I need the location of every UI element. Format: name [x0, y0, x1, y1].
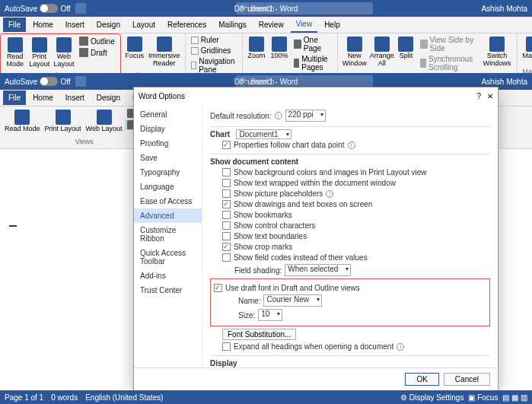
zoom-button[interactable]: Zoom	[246, 35, 267, 62]
ribbon-tabs: File Home Insert Design Layout Reference…	[0, 17, 532, 33]
show-bg-checkbox[interactable]	[222, 168, 231, 177]
info-icon[interactable]: i	[348, 142, 355, 149]
chart-doc-select[interactable]: Document1	[236, 129, 291, 139]
show-text-bounds-checkbox[interactable]	[222, 232, 231, 240]
autosave-toggle[interactable]: AutoSave Off	[5, 4, 71, 13]
zoom-icon	[249, 37, 264, 52]
tab-home[interactable]: Home	[27, 17, 59, 32]
close-icon[interactable]: ✕	[487, 92, 493, 100]
tab-references[interactable]: References	[162, 17, 212, 32]
expand-headings-checkbox[interactable]	[222, 342, 231, 351]
one-page-button[interactable]: One Page	[291, 35, 333, 53]
zoom-100-button[interactable]: 100%	[269, 35, 290, 62]
ruler-checkbox[interactable]: Ruler	[189, 35, 239, 45]
web-layout-button[interactable]: Web Layout	[53, 36, 75, 70]
info-icon[interactable]: i	[326, 190, 333, 198]
user-name[interactable]: Ashish Mohta	[481, 5, 527, 13]
new-window-button[interactable]: New Window	[341, 35, 369, 69]
tab-mailings[interactable]: Mailings	[213, 17, 252, 32]
status-lang[interactable]: English (United States)	[85, 393, 163, 402]
nav-language[interactable]: Language	[134, 180, 202, 194]
font-substitution-button[interactable]: Font Substitution...	[222, 329, 296, 340]
nav-customize-ribbon[interactable]: Customize Ribbon	[134, 223, 202, 246]
autosave-toggle-2[interactable]: AutoSave Off	[5, 77, 71, 86]
user-name-2[interactable]: Ashish Mohta	[481, 78, 527, 86]
tab-view[interactable]: View	[291, 17, 318, 33]
use-draft-font-checkbox[interactable]	[214, 284, 222, 292]
show-placeholders-checkbox[interactable]	[222, 189, 231, 198]
read-mode-icon	[8, 37, 23, 52]
tab-file-2[interactable]: File	[3, 91, 26, 105]
tab-file[interactable]: File	[3, 17, 26, 32]
web-layout-button-2[interactable]: Web Layout	[84, 108, 124, 135]
search-box-2[interactable]: 🔍 Search	[236, 75, 373, 87]
search-box[interactable]: 🔍 Search	[236, 2, 373, 14]
default-res-select[interactable]: 220 ppi	[285, 110, 327, 122]
ok-button[interactable]: OK	[405, 373, 438, 386]
help-icon[interactable]: ?	[476, 92, 481, 100]
arrange-all-button[interactable]: Arrange All	[370, 35, 393, 69]
switch-windows-icon	[489, 37, 505, 52]
nav-save[interactable]: Save	[134, 151, 202, 165]
tab-layout[interactable]: Layout	[127, 17, 161, 32]
dialog-content: Default resolution: i 220 ppi Chart Docu…	[202, 104, 498, 367]
view-icons[interactable]: ▤ ▦ ▥	[502, 393, 527, 402]
cancel-button[interactable]: Cancel	[444, 373, 490, 386]
save-icon-2[interactable]	[75, 76, 86, 87]
nav-trust-center[interactable]: Trust Center	[134, 283, 202, 297]
show-control-chars-checkbox[interactable]	[222, 221, 231, 230]
tab-design[interactable]: Design	[91, 17, 126, 32]
show-drawings-checkbox[interactable]	[222, 200, 231, 208]
side-by-side-button[interactable]: View Side by Side	[418, 35, 478, 53]
print-layout-button[interactable]: Print Layout	[28, 36, 51, 70]
tab-help[interactable]: Help	[319, 17, 346, 32]
macros-button[interactable]: Macros	[521, 35, 532, 62]
print-layout-button-2[interactable]: Print Layout	[43, 108, 83, 135]
side-by-side-icon	[420, 40, 427, 49]
multiple-pages-button[interactable]: Multiple Pages	[291, 54, 333, 72]
status-words[interactable]: 0 words	[51, 393, 78, 402]
tab-review[interactable]: Review	[253, 17, 289, 32]
split-button[interactable]: Split	[395, 35, 416, 62]
nav-display[interactable]: Display	[134, 122, 202, 136]
dialog-titlebar: Word Options ? ✕	[134, 87, 498, 104]
ribbon: Read Mode Print Layout Web Layout Outlin…	[0, 33, 532, 79]
nav-add-ins[interactable]: Add-ins	[134, 269, 202, 283]
group-immersive: Focus Immersive Reader Immersive	[121, 33, 186, 78]
font-size-select[interactable]: 10	[258, 309, 282, 321]
save-icon[interactable]	[75, 3, 86, 14]
field-shading-select[interactable]: When selected	[285, 264, 351, 276]
outline-button[interactable]: Outline	[77, 36, 117, 46]
draft-button[interactable]: Draft	[77, 47, 117, 58]
tab-design-2[interactable]: Design	[91, 91, 126, 105]
nav-proofing[interactable]: Proofing	[134, 136, 202, 151]
show-bookmarks-checkbox[interactable]	[222, 211, 231, 219]
nav-general[interactable]: General	[134, 107, 202, 122]
show-field-codes-checkbox[interactable]	[222, 253, 231, 262]
tab-insert-2[interactable]: Insert	[60, 91, 90, 105]
immersive-reader-button[interactable]: Immersive Reader	[147, 35, 182, 69]
focus-button[interactable]: Focus	[124, 35, 145, 62]
navpane-checkbox[interactable]: Navigation Pane	[189, 56, 239, 75]
info-icon[interactable]: i	[275, 112, 282, 119]
nav-typography[interactable]: Typography	[134, 165, 202, 180]
nav-ease-of-access[interactable]: Ease of Access	[134, 194, 202, 208]
tab-home-2[interactable]: Home	[27, 91, 59, 105]
print-layout-icon	[32, 37, 47, 52]
show-text-wrap-checkbox[interactable]	[222, 179, 231, 187]
prop-follow-checkbox[interactable]	[222, 141, 231, 149]
font-name-select[interactable]: Courier New	[263, 294, 322, 307]
focus-mode-button[interactable]: ▣ Focus	[468, 393, 498, 402]
read-mode-button-2[interactable]: Read Mode	[3, 108, 42, 135]
show-crop-checkbox[interactable]	[222, 243, 231, 251]
read-mode-button[interactable]: Read Mode	[4, 36, 27, 70]
nav-advanced[interactable]: Advanced	[134, 208, 202, 223]
info-icon[interactable]: i	[397, 343, 404, 351]
sync-scroll-button[interactable]: Synchronous Scrolling	[418, 54, 478, 72]
switch-windows-button[interactable]: Switch Windows	[480, 35, 514, 69]
status-page[interactable]: Page 1 of 1	[5, 393, 43, 402]
tab-insert[interactable]: Insert	[60, 17, 90, 32]
nav-quick-access-toolbar[interactable]: Quick Access Toolbar	[134, 246, 202, 269]
display-settings-button[interactable]: ⚙ Display Settings	[400, 393, 464, 402]
gridlines-checkbox[interactable]: Gridlines	[189, 46, 239, 56]
